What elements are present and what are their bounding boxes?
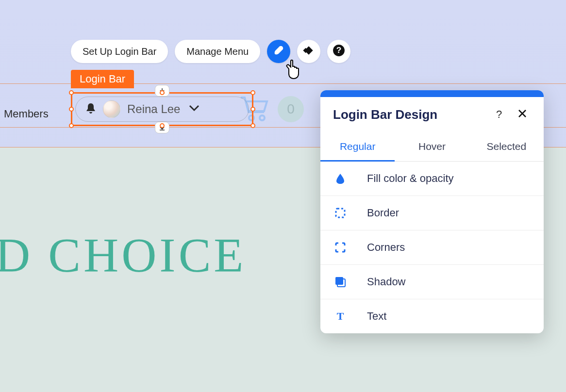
paintbrush-icon [272, 44, 285, 59]
resize-handle[interactable] [69, 90, 74, 95]
resize-handle[interactable] [250, 123, 255, 128]
resize-handle[interactable] [69, 107, 74, 112]
login-bar-selection[interactable]: Reina Lee [71, 92, 253, 126]
option-label: Fill color & opacity [367, 172, 454, 185]
chevron-down-icon[interactable] [189, 105, 200, 114]
tab-label: Hover [418, 141, 446, 152]
svg-rect-4 [336, 209, 345, 217]
option-label: Shadow [367, 276, 406, 288]
panel-header: Login Bar Design ? [320, 97, 544, 133]
panel-title: Login Bar Design [333, 107, 484, 122]
tab-regular[interactable]: Regular [320, 133, 395, 162]
setup-login-bar-button[interactable]: Set Up Login Bar [71, 40, 168, 63]
help-icon: ? [496, 108, 502, 121]
option-label: Corners [367, 241, 405, 254]
cart-count: 0 [287, 101, 295, 117]
panel-accent-strip [320, 90, 544, 97]
panel-close-button[interactable] [514, 106, 531, 123]
button-label: Manage Menu [186, 46, 249, 57]
panel-help-button[interactable]: ? [490, 106, 508, 123]
tab-selected[interactable]: Selected [469, 133, 544, 161]
close-icon [518, 108, 527, 121]
section-label: Members [4, 108, 49, 120]
tab-hover[interactable]: Hover [395, 133, 469, 161]
button-label: Set Up Login Bar [83, 46, 156, 57]
selection-tag: Login Bar [71, 70, 134, 88]
resize-handle[interactable] [69, 123, 74, 128]
avatar[interactable] [103, 100, 120, 118]
svg-text:T: T [337, 310, 344, 322]
page-heading: D CHOICE [0, 227, 246, 283]
design-button[interactable] [267, 40, 290, 63]
option-text[interactable]: T Text [320, 299, 544, 333]
svg-rect-6 [335, 277, 343, 285]
tab-label: Selected [486, 141, 526, 152]
resize-handle[interactable] [250, 107, 255, 112]
svg-point-3 [260, 115, 265, 120]
corners-icon [333, 242, 348, 253]
username-label: Reina Lee [127, 102, 180, 116]
manage-menu-button[interactable]: Manage Menu [175, 40, 260, 63]
option-shadow[interactable]: Shadow [320, 265, 544, 299]
help-button[interactable]: ? [327, 40, 350, 63]
option-border[interactable]: Border [320, 196, 544, 230]
login-bar[interactable]: Reina Lee [75, 97, 249, 122]
design-panel: Login Bar Design ? Regular Hover Selecte… [320, 90, 544, 333]
help-icon: ? [333, 44, 345, 59]
resize-handle[interactable] [250, 90, 255, 95]
option-corners[interactable]: Corners [320, 230, 544, 265]
text-icon: T [333, 310, 348, 322]
shadow-icon [333, 276, 348, 288]
cart-count-badge: 0 [278, 96, 304, 122]
bell-icon[interactable] [85, 102, 96, 116]
option-label: Border [367, 207, 399, 219]
option-label: Text [367, 310, 386, 323]
tab-label: Regular [340, 141, 376, 152]
svg-text:?: ? [336, 45, 342, 55]
resize-handle[interactable] [160, 123, 165, 128]
resize-handle[interactable] [160, 90, 165, 95]
element-toolbar: Set Up Login Bar Manage Menu ? [71, 40, 350, 63]
selection-tag-label: Login Bar [80, 73, 125, 85]
state-tabs: Regular Hover Selected [320, 133, 544, 162]
option-fill[interactable]: Fill color & opacity [320, 162, 544, 196]
droplet-icon [333, 173, 348, 184]
animation-icon [302, 44, 315, 59]
design-options-list: Fill color & opacity Border Corners [320, 162, 544, 333]
animation-button[interactable] [297, 40, 320, 63]
border-icon [333, 207, 348, 219]
